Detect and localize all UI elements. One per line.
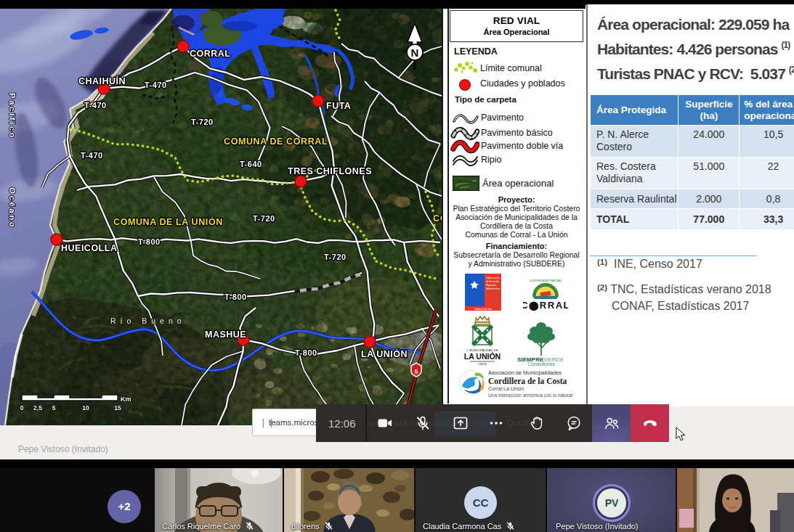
svg-text:CORRAL: CORRAL bbox=[190, 49, 230, 59]
svg-text:T-800: T-800 bbox=[224, 292, 247, 301]
svg-text:Km: Km bbox=[121, 396, 131, 403]
svg-text:ILUSTRE MUNICIPALIDAD: ILUSTRE MUNICIPALIDAD bbox=[530, 279, 562, 282]
svg-text:T-720: T-720 bbox=[324, 253, 347, 261]
svg-text:Pacífico: Pacífico bbox=[8, 93, 17, 139]
svg-text:T-720: T-720 bbox=[253, 214, 275, 223]
svg-text:LA UNIÓN: LA UNIÓN bbox=[464, 352, 501, 361]
svg-text:N: N bbox=[411, 46, 419, 59]
svg-text:Océano: Océano bbox=[8, 187, 17, 229]
svg-text:Subsecretaría: Subsecretaría bbox=[486, 277, 500, 279]
svg-text:Río Bueno: Río Bueno bbox=[110, 316, 186, 325]
svg-text:Regional y: Regional y bbox=[486, 284, 497, 287]
svg-text:T-800: T-800 bbox=[138, 237, 161, 246]
svg-text:T-470: T-470 bbox=[145, 81, 167, 89]
svg-text:T-720: T-720 bbox=[191, 118, 214, 126]
svg-text:T-470: T-470 bbox=[81, 151, 103, 160]
svg-text:COMUNA DE CORRAL: COMUNA DE CORRAL bbox=[224, 136, 328, 147]
svg-text:T-640: T-640 bbox=[240, 160, 262, 168]
svg-text:FUTA: FUTA bbox=[326, 101, 351, 111]
svg-text:2,5: 2,5 bbox=[33, 404, 42, 412]
svg-text:CO: CO bbox=[433, 213, 443, 224]
svg-text:T-800: T-800 bbox=[295, 348, 317, 357]
svg-text:TRES CHIFLONES: TRES CHIFLONES bbox=[288, 166, 372, 176]
svg-text:HUEICOLLA: HUEICOLLA bbox=[61, 243, 117, 253]
svg-text:5: 5 bbox=[414, 368, 418, 375]
svg-text:Asociación de Municipalidades: Asociación de Municipalidades bbox=[488, 369, 562, 376]
svg-text:0: 0 bbox=[20, 404, 24, 412]
svg-text:10: 10 bbox=[82, 404, 89, 412]
svg-text:C⬤RRAL: C⬤RRAL bbox=[523, 300, 568, 311]
svg-text:CHILE: CHILE bbox=[478, 362, 487, 366]
svg-text:Consultores: Consultores bbox=[527, 361, 555, 366]
svg-text:Administrativo: Administrativo bbox=[486, 287, 500, 290]
svg-text:Gobierno de Chile: Gobierno de Chile bbox=[474, 308, 493, 311]
svg-text:LA UNIÓN: LA UNIÓN bbox=[361, 348, 408, 359]
svg-text:T-470: T-470 bbox=[84, 101, 107, 110]
svg-text:COMUNA DE LA UNIÓN: COMUNA DE LA UNIÓN bbox=[113, 216, 223, 227]
svg-text:CHAIHUÍN: CHAIHUÍN bbox=[78, 75, 126, 86]
svg-text:MASHUE: MASHUE bbox=[205, 330, 246, 340]
svg-text:15: 15 bbox=[114, 404, 121, 412]
svg-text:de Desarrollo: de Desarrollo bbox=[486, 280, 499, 283]
svg-text:5: 5 bbox=[52, 404, 56, 412]
svg-text:Una interacción armónica con l: Una interacción armónica con lo natural bbox=[488, 393, 573, 398]
svg-text:Cordillera de la Costa: Cordillera de la Costa bbox=[488, 377, 567, 385]
svg-text:Corral La Unión: Corral La Unión bbox=[488, 386, 524, 391]
